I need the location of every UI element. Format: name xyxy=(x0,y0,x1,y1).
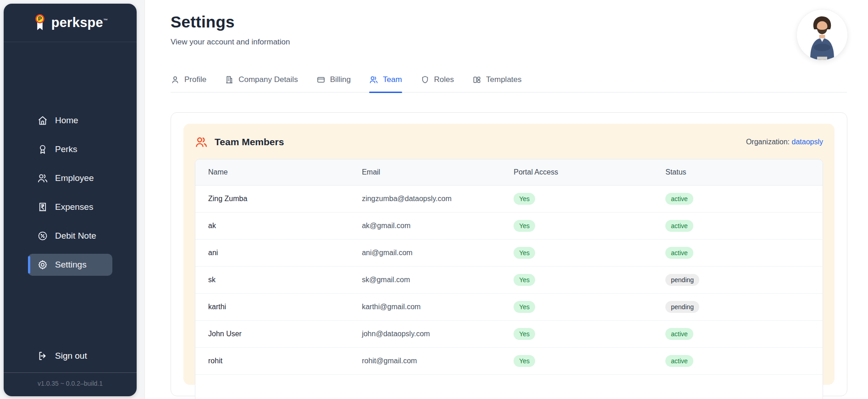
column-header-name: Name xyxy=(195,159,349,185)
sign-out-label: Sign out xyxy=(55,351,87,361)
logout-icon xyxy=(37,350,48,361)
rupee-receipt-icon xyxy=(37,202,48,213)
status-badge: active xyxy=(665,247,693,259)
portal-access-badge: Yes xyxy=(514,274,535,286)
member-name: John User xyxy=(195,320,349,347)
sidebar-item-label: Perks xyxy=(55,144,77,154)
table-row: sk sk@gmail.com Yes pending xyxy=(195,266,823,293)
medal-logo-icon: P xyxy=(33,14,47,32)
sidebar-item-label: Debit Note xyxy=(55,231,96,241)
member-email: rohit@gmail.com xyxy=(349,347,501,374)
users-icon xyxy=(369,75,378,84)
sidebar: P perkspe™ Home Perks xyxy=(4,4,137,396)
portal-access-badge: Yes xyxy=(514,328,535,340)
sidebar-item-debit-note[interactable]: Debit Note xyxy=(28,225,112,247)
tab-team[interactable]: Team xyxy=(369,75,402,92)
user-icon xyxy=(171,75,180,84)
tab-label: Billing xyxy=(330,75,351,84)
member-email: zingzumba@dataopsly.com xyxy=(349,185,501,212)
app-version: v1.0.35 ~ 0.0.2–build.1 xyxy=(4,373,137,396)
status-badge: active xyxy=(665,328,693,340)
table-row: ani ani@gmail.com Yes active xyxy=(195,239,823,266)
member-email: ak@gmail.com xyxy=(349,212,501,239)
home-icon xyxy=(37,115,48,126)
status-badge: active xyxy=(665,220,693,232)
column-header-status: Status xyxy=(652,159,823,185)
tab-company-details[interactable]: Company Details xyxy=(225,75,298,92)
main-content: Settings View your account and informati… xyxy=(144,0,868,399)
organization-info: Organization: dataopsly xyxy=(746,138,823,146)
table-row: John User john@dataopsly.com Yes active xyxy=(195,320,823,347)
panel-header: Team Members Organization: dataopsly xyxy=(195,136,823,148)
table-row: Zing Zumba zingzumba@dataopsly.com Yes a… xyxy=(195,185,823,212)
award-icon xyxy=(37,144,48,155)
sidebar-item-employee[interactable]: Employee xyxy=(28,167,112,189)
member-name: sk xyxy=(195,266,349,293)
status-badge: active xyxy=(665,355,693,367)
member-email: ani@gmail.com xyxy=(349,239,501,266)
building-icon xyxy=(225,75,234,84)
user-avatar[interactable] xyxy=(796,9,848,60)
tab-profile[interactable]: Profile xyxy=(171,75,206,92)
shield-icon xyxy=(420,75,430,84)
sidebar-item-label: Settings xyxy=(55,260,87,270)
tab-label: Templates xyxy=(486,75,521,84)
sidebar-item-home[interactable]: Home xyxy=(28,109,112,131)
status-badge: pending xyxy=(665,274,699,286)
table-row: ak ak@gmail.com Yes active xyxy=(195,212,823,239)
member-name: Zing Zumba xyxy=(195,185,349,212)
tab-label: Roles xyxy=(434,75,454,84)
portal-access-badge: Yes xyxy=(514,193,535,205)
team-members-table: Name Email Portal Access Status Zing Zum… xyxy=(195,159,823,399)
sign-out-button[interactable]: Sign out xyxy=(4,345,137,367)
team-members-panel: Team Members Organization: dataopsly Nam… xyxy=(183,124,835,385)
organization-label: Organization: xyxy=(746,138,790,146)
tab-roles[interactable]: Roles xyxy=(420,75,454,92)
page-subtitle: View your account and information xyxy=(171,38,868,47)
credit-card-icon xyxy=(316,75,326,84)
settings-tabs: Profile Company Details Billing xyxy=(171,75,847,93)
table-header-row: Name Email Portal Access Status xyxy=(195,159,823,185)
page-title: Settings xyxy=(171,13,868,31)
member-name: ani xyxy=(195,239,349,266)
sidebar-nav: Home Perks Employee xyxy=(4,109,137,283)
sidebar-item-settings[interactable]: Settings xyxy=(28,254,112,276)
status-badge: pending xyxy=(665,301,699,313)
column-header-portal-access: Portal Access xyxy=(501,159,652,185)
member-email: sk@gmail.com xyxy=(349,266,501,293)
organization-link[interactable]: dataopsly xyxy=(792,138,824,146)
column-header-email: Email xyxy=(349,159,501,185)
brand-name: perkspe™ xyxy=(51,15,108,30)
tab-templates[interactable]: Templates xyxy=(472,75,521,92)
portal-access-badge: Yes xyxy=(514,247,535,259)
avatar-photo-icon xyxy=(797,10,847,60)
portal-access-badge: Yes xyxy=(514,355,535,367)
layout-grid-icon xyxy=(472,75,481,84)
team-card: Team Members Organization: dataopsly Nam… xyxy=(171,112,847,396)
users-icon xyxy=(37,173,48,184)
table-row: karthi karthi@gmail.com Yes pending xyxy=(195,293,823,320)
tab-billing[interactable]: Billing xyxy=(316,75,351,92)
member-name: ak xyxy=(195,212,349,239)
member-name: karthi xyxy=(195,293,349,320)
tab-label: Team xyxy=(383,75,402,84)
trademark-symbol: ™ xyxy=(103,18,108,23)
svg-text:P: P xyxy=(38,16,42,22)
member-email: john@dataopsly.com xyxy=(349,320,501,347)
sidebar-item-expenses[interactable]: Expenses xyxy=(28,196,112,218)
sidebar-footer: Sign out v1.0.35 ~ 0.0.2–build.1 xyxy=(4,345,137,396)
sidebar-item-label: Expenses xyxy=(55,202,93,212)
sidebar-item-label: Home xyxy=(55,115,78,126)
member-name: rohit xyxy=(195,347,349,374)
sidebar-item-perks[interactable]: Perks xyxy=(28,138,112,160)
table-row: rohit rohit@gmail.com Yes active xyxy=(195,347,823,374)
tab-label: Profile xyxy=(184,75,206,84)
panel-title: Team Members xyxy=(215,137,284,148)
table-row-partial xyxy=(195,374,823,399)
tab-label: Company Details xyxy=(238,75,298,84)
sidebar-item-label: Employee xyxy=(55,173,94,183)
portal-access-badge: Yes xyxy=(514,301,535,313)
gear-icon xyxy=(37,259,48,270)
member-email: karthi@gmail.com xyxy=(349,293,501,320)
portal-access-badge: Yes xyxy=(514,220,535,232)
